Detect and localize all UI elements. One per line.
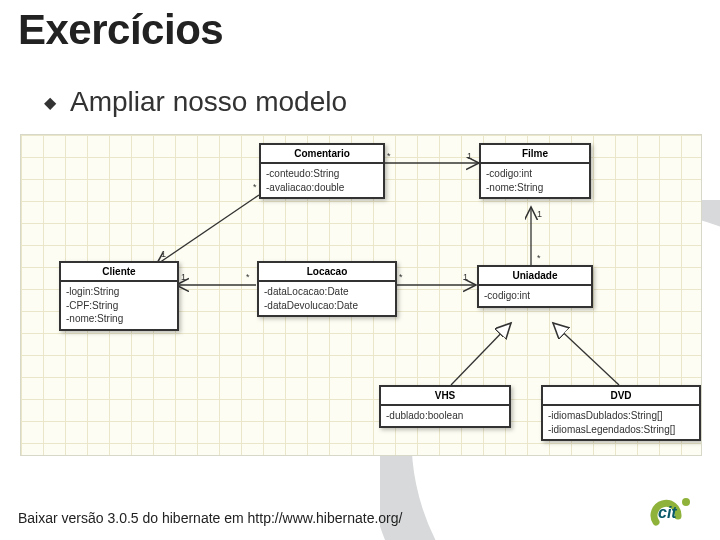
mult-comentario-side: * (253, 182, 257, 192)
class-attrs: -codigo:int (479, 286, 591, 306)
class-dvd: DVD -idiomasDublados:String[] -idiomasLe… (541, 385, 701, 441)
svg-line-0 (156, 195, 259, 265)
mult-loc-uni-right: 1 (463, 272, 468, 282)
class-cliente: Cliente -login:String -CPF:String -nome:… (59, 261, 179, 331)
slide-title: Exercícios (18, 6, 223, 54)
class-attrs: -dataLocacao:Date -dataDevolucao:Date (259, 282, 395, 315)
mult-loc-uni-left: * (399, 272, 403, 282)
class-name: Filme (481, 145, 589, 164)
svg-text:cit: cit (658, 504, 677, 521)
class-locacao: Locacao -dataLocacao:Date -dataDevolucao… (257, 261, 397, 317)
svg-line-5 (451, 323, 511, 385)
svg-point-8 (682, 498, 690, 506)
class-unidade: Uniadade -codigo:int (477, 265, 593, 308)
mult-com-filme-left: * (387, 151, 391, 161)
class-name: Comentario (261, 145, 383, 164)
class-attrs: -codigo:int -nome:String (481, 164, 589, 197)
mult-com-filme-right: 1 (467, 151, 472, 161)
mult-filme-uni-bottom: * (537, 253, 541, 263)
svg-line-6 (553, 323, 619, 385)
footer-text: Baixar versão 3.0.5 do hibernate em http… (18, 510, 402, 526)
mult-loc-cli-right: * (246, 272, 250, 282)
class-comentario: Comentario -conteudo:String -avaliacao:d… (259, 143, 385, 199)
class-attrs: -conteudo:String -avaliacao:double (261, 164, 383, 197)
mult-loc-cli-left: 1 (181, 272, 186, 282)
class-attrs: -dublado:boolean (381, 406, 509, 426)
mult-cliente-side: 1 (161, 249, 166, 259)
class-name: VHS (381, 387, 509, 406)
bullet-text: Ampliar nosso modelo (70, 86, 347, 118)
class-attrs: -idiomasDublados:String[] -idiomasLegend… (543, 406, 699, 439)
logo-icon: cit (638, 492, 698, 530)
class-name: Cliente (61, 263, 177, 282)
class-filme: Filme -codigo:int -nome:String (479, 143, 591, 199)
class-name: DVD (543, 387, 699, 406)
uml-diagram: * 1 * 1 * 1 * 1 1 * Comentario (20, 134, 702, 456)
class-name: Locacao (259, 263, 395, 282)
bullet-item: ◆ Ampliar nosso modelo (44, 86, 347, 118)
class-vhs: VHS -dublado:boolean (379, 385, 511, 428)
class-name: Uniadade (479, 267, 591, 286)
bullet-icon: ◆ (44, 93, 56, 112)
mult-filme-uni-top: 1 (537, 209, 542, 219)
class-attrs: -login:String -CPF:String -nome:String (61, 282, 177, 329)
